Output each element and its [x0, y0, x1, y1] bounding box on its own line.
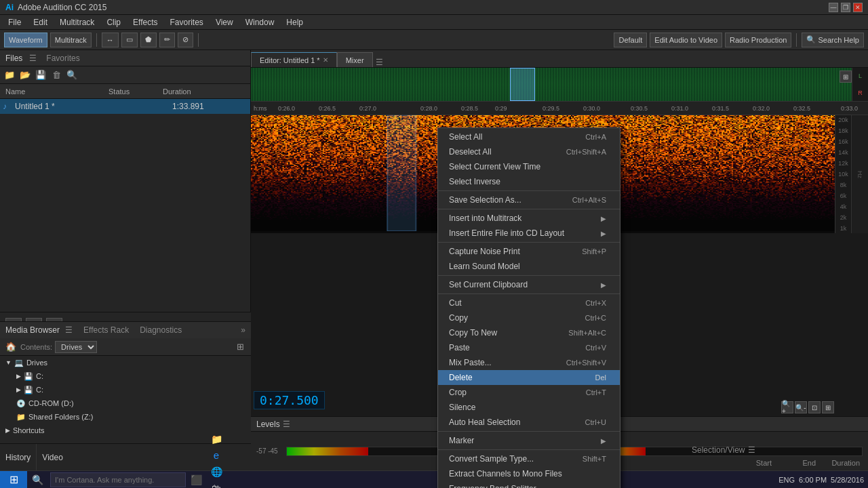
ctx-marker[interactable]: Marker ▶: [438, 433, 620, 448]
menu-view[interactable]: View: [210, 15, 239, 30]
files-new-btn[interactable]: 📁: [3, 68, 16, 82]
tool-brush[interactable]: ⊘: [178, 33, 193, 47]
tree-c2[interactable]: ▶ 💾 C:: [0, 383, 251, 396]
files-tab[interactable]: Files: [5, 54, 22, 63]
taskbar-explorer[interactable]: 📁: [206, 431, 226, 447]
menu-window[interactable]: Window: [240, 15, 280, 30]
ctx-deselect-all[interactable]: Deselect All Ctrl+Shift+A: [438, 144, 620, 159]
waveform-btn[interactable]: Waveform: [4, 33, 47, 47]
ctx-paste[interactable]: Paste Ctrl+V: [438, 340, 620, 355]
tree-c1[interactable]: ▶ 💾 C:: [0, 369, 251, 383]
files-menu-icon[interactable]: ☰: [29, 54, 37, 63]
tool-lasso[interactable]: ⬟: [140, 33, 157, 47]
ruler-mark-11: 0:31.5: [712, 105, 729, 112]
menu-multitrack[interactable]: Multitrack: [54, 15, 100, 30]
video-tab[interactable]: Video: [37, 444, 68, 470]
taskbar-search-icon[interactable]: 🔍: [27, 472, 47, 488]
diagnostics-label[interactable]: Diagnostics: [140, 325, 182, 335]
tree-cdrom[interactable]: 💿 CD-ROM (D:): [0, 396, 251, 410]
ctx-mix-paste[interactable]: Mix Paste... Ctrl+Shift+V: [438, 355, 620, 370]
tool-select[interactable]: ▭: [121, 33, 138, 47]
taskbar-store[interactable]: 🛍: [206, 480, 226, 489]
ctx-silence[interactable]: Silence: [438, 400, 620, 415]
media-expand-btn[interactable]: ⊞: [233, 340, 247, 354]
minimap-selection: [510, 68, 534, 101]
taskbar-search-input[interactable]: [50, 472, 186, 487]
media-browser-menu[interactable]: ☰: [65, 325, 73, 335]
search-help-btn[interactable]: 🔍 Search Help: [802, 33, 864, 47]
files-save-btn[interactable]: 💾: [34, 68, 47, 82]
tree-drives[interactable]: ▼ 💻 Drives: [0, 356, 251, 369]
menu-help[interactable]: Help: [281, 15, 309, 30]
files-delete-btn[interactable]: 🗑: [50, 68, 63, 82]
ctx-frequency-band[interactable]: Frequency Band Splitter...: [438, 481, 620, 488]
multitrack-btn[interactable]: Multitrack: [50, 33, 92, 47]
restore-button[interactable]: ❐: [841, 3, 850, 12]
file-item-0[interactable]: ♪ Untitled 1 * 1:33.891: [0, 99, 250, 114]
ctx-capture-noise-shortcut: Shift+P: [582, 247, 606, 256]
ctx-capture-noise[interactable]: Capture Noise Print Shift+P: [438, 244, 620, 259]
history-tab[interactable]: History: [0, 444, 37, 470]
media-home-btn[interactable]: 🏠: [4, 340, 18, 354]
zoom-full-btn[interactable]: ⊞: [822, 401, 834, 413]
menu-favorites[interactable]: Favorites: [165, 15, 209, 30]
time-display: 0:27.500: [254, 391, 325, 409]
menu-effects[interactable]: Effects: [127, 15, 163, 30]
ctx-save-selection[interactable]: Save Selection As... Ctrl+Alt+S: [438, 192, 620, 207]
edit-audio-video-btn[interactable]: Edit Audio to Video: [650, 33, 722, 47]
ctx-select-all[interactable]: Select All Ctrl+A: [438, 129, 620, 144]
tree-shared[interactable]: 📁 Shared Folders (Z:): [0, 410, 251, 424]
contents-dropdown[interactable]: Drives: [55, 341, 97, 353]
zoom-fit-btn[interactable]: ⊡: [808, 401, 821, 413]
zoom-out-btn[interactable]: 🔍-: [795, 401, 807, 413]
files-open-btn[interactable]: 📂: [18, 68, 32, 82]
ctx-extract-channels[interactable]: Extract Channels to Mono Files: [438, 466, 620, 481]
editor-tab-close[interactable]: ✕: [323, 56, 328, 64]
ctx-delete[interactable]: Delete Del: [438, 370, 620, 385]
levels-menu[interactable]: ☰: [283, 420, 290, 429]
minimap-zoom-btn-1[interactable]: ⊞: [840, 70, 852, 83]
ctx-insert-multitrack[interactable]: Insert into Multitrack ▶: [438, 211, 620, 226]
ctx-set-clipboard[interactable]: Set Current Clipboard ▶: [438, 277, 620, 292]
ctx-select-view-time[interactable]: Select Current View Time: [438, 159, 620, 174]
ctx-learn-sound[interactable]: Learn Sound Model: [438, 259, 620, 274]
editor-tab-menu[interactable]: ☰: [376, 58, 383, 67]
files-search-btn[interactable]: 🔍: [65, 68, 79, 82]
ctx-set-clipboard-label: Set Current Clipboard: [449, 280, 528, 289]
menu-file[interactable]: File: [3, 15, 26, 30]
ctx-auto-heal[interactable]: Auto Heal Selection Ctrl+U: [438, 415, 620, 430]
contents-label: Contents:: [20, 343, 52, 351]
ctx-sep-4: [438, 275, 620, 276]
editor-tab-main[interactable]: Editor: Untitled 1 * ✕: [251, 52, 337, 67]
taskbar-start-button[interactable]: ⊞: [0, 471, 27, 489]
effects-rack-label[interactable]: Effects Rack: [83, 325, 129, 335]
expand-panel-btn[interactable]: »: [241, 325, 245, 335]
close-button[interactable]: ✕: [853, 3, 863, 12]
sel-view-menu[interactable]: ☰: [748, 445, 755, 455]
menu-edit[interactable]: Edit: [28, 15, 53, 30]
c1-arrow: ▶: [16, 373, 21, 380]
hz-text: Hz: [856, 171, 863, 178]
media-browser-label[interactable]: Media Browser: [5, 325, 60, 335]
taskbar-right: ENG 6:00 PM 5/28/2016: [778, 476, 868, 484]
menu-clip[interactable]: Clip: [101, 15, 126, 30]
tool-pencil[interactable]: ✏: [159, 33, 175, 47]
ctx-cut[interactable]: Cut Ctrl+X: [438, 296, 620, 310]
mixer-tab[interactable]: Mixer: [337, 52, 373, 67]
taskbar-edge[interactable]: e: [206, 447, 226, 464]
radio-production-btn[interactable]: Radio Production: [725, 33, 791, 47]
ctx-crop[interactable]: Crop Ctrl+T: [438, 385, 620, 400]
ctx-copy-to-new[interactable]: Copy To New Shift+Alt+C: [438, 325, 620, 340]
ctx-convert-sample[interactable]: Convert Sample Type... Shift+T: [438, 451, 620, 466]
waveform-minimap[interactable]: ⊞ ≡ L R: [251, 68, 868, 102]
taskbar-ie[interactable]: 🌐: [206, 464, 226, 480]
minimize-button[interactable]: —: [829, 3, 838, 12]
ctx-select-inverse[interactable]: Select Inverse: [438, 174, 620, 189]
favorites-tab[interactable]: Favorites: [46, 54, 79, 63]
ctx-insert-cd[interactable]: Insert Entire File into CD Layout ▶: [438, 226, 620, 241]
taskbar-task-view[interactable]: ⬛: [186, 472, 206, 488]
ctx-copy[interactable]: Copy Ctrl+C: [438, 310, 620, 325]
default-workspace-btn[interactable]: Default: [614, 33, 647, 47]
tool-move[interactable]: ↔: [102, 33, 119, 47]
zoom-in-btn[interactable]: 🔍+: [781, 401, 793, 413]
